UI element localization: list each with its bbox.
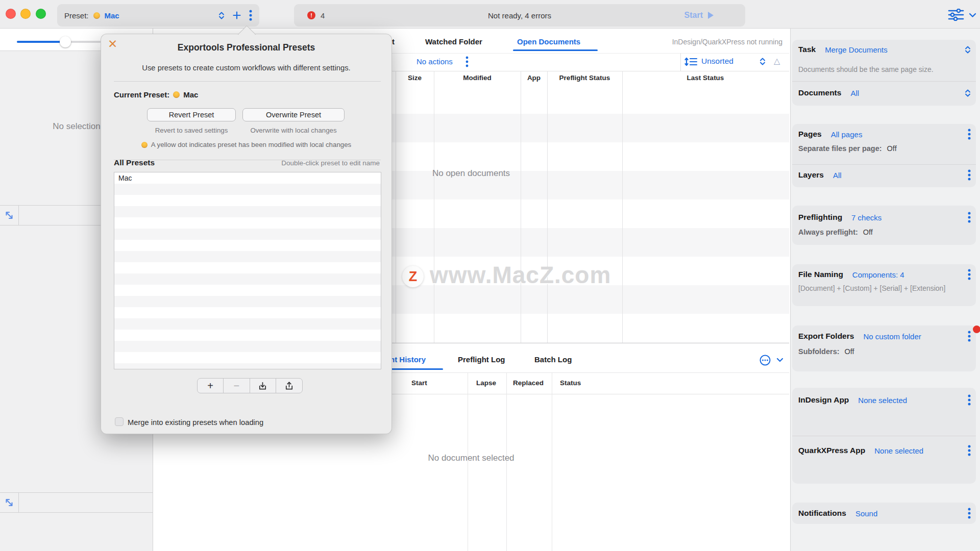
actions-menu-icon[interactable] bbox=[465, 56, 469, 67]
tab-preflight-log[interactable]: Preflight Log bbox=[458, 355, 505, 364]
zoom-slider-knob[interactable] bbox=[60, 36, 71, 47]
expand-diagonal-icon bbox=[4, 497, 15, 508]
tab-watched-folder[interactable]: Watched Folder bbox=[425, 37, 482, 46]
overwrite-preset-button[interactable]: Overwrite Preset bbox=[242, 108, 345, 121]
current-preset-label: Current Preset: bbox=[114, 90, 169, 99]
file-naming-menu-icon[interactable] bbox=[968, 268, 971, 281]
card-task: Task Merge Documents Documents should be… bbox=[792, 40, 976, 106]
expand-handle[interactable] bbox=[0, 493, 19, 512]
documents-row: Documents All bbox=[798, 88, 971, 97]
import-presets-button[interactable] bbox=[250, 379, 276, 393]
hist-col-lapse: Lapse bbox=[476, 379, 496, 387]
file-naming-value[interactable]: Components: 4 bbox=[852, 270, 904, 279]
col-last-status: Last Status bbox=[622, 74, 789, 82]
layers-menu-icon[interactable] bbox=[968, 169, 971, 181]
sort-stepper-icon[interactable] bbox=[760, 57, 766, 66]
error-badge-icon: ! bbox=[307, 11, 315, 19]
sort-mode-label[interactable]: Unsorted bbox=[701, 57, 733, 66]
hist-col-replaced: Replaced bbox=[513, 379, 544, 387]
history-chevron-down-icon[interactable] bbox=[776, 358, 783, 363]
start-button[interactable]: Start bbox=[684, 4, 714, 27]
documents-label: Documents bbox=[798, 88, 841, 97]
export-folders-menu-icon[interactable] bbox=[968, 330, 971, 342]
pages-sub-value: Off bbox=[887, 144, 897, 153]
preset-list-item[interactable]: Mac bbox=[114, 172, 381, 184]
card-preflighting: Preflighting 7 checks Always preflight: … bbox=[792, 206, 976, 245]
tab-open-documents[interactable]: Open Documents bbox=[517, 37, 580, 46]
file-naming-label: File Naming bbox=[798, 270, 843, 279]
pages-sub-row: Separate files per page: Off bbox=[798, 144, 897, 153]
export-folders-sub-value: Off bbox=[845, 347, 854, 356]
presets-popover: ✕ Exportools Professional Presets Use pr… bbox=[101, 34, 392, 434]
add-preset-icon[interactable] bbox=[233, 11, 241, 19]
no-actions-link[interactable]: No actions bbox=[416, 57, 453, 66]
task-value[interactable]: Merge Documents bbox=[825, 45, 888, 54]
merge-presets-checkbox[interactable] bbox=[115, 417, 124, 426]
preflighting-menu-icon[interactable] bbox=[968, 211, 971, 223]
notifications-label: Notifications bbox=[798, 509, 846, 518]
preset-value[interactable]: Mac bbox=[105, 11, 119, 20]
indesign-value[interactable]: None selected bbox=[858, 396, 907, 405]
preset-menu-icon[interactable] bbox=[249, 9, 252, 21]
start-label: Start bbox=[684, 11, 703, 20]
layers-value[interactable]: All bbox=[833, 171, 842, 180]
all-presets-label: All Presets bbox=[114, 158, 155, 167]
quarkxpress-value[interactable]: None selected bbox=[874, 446, 923, 455]
zoom-slider-fill bbox=[17, 41, 65, 43]
add-preset-button[interactable]: + bbox=[198, 379, 224, 393]
minimize-traffic-light[interactable] bbox=[20, 9, 31, 19]
quarkxpress-label: QuarkXPress App bbox=[798, 446, 865, 455]
notifications-menu-icon[interactable] bbox=[968, 507, 971, 519]
pages-menu-icon[interactable] bbox=[968, 128, 971, 140]
tab-history[interactable]: nt History bbox=[390, 355, 426, 364]
toolbar-chevron-down-icon[interactable] bbox=[969, 13, 976, 18]
export-presets-button[interactable] bbox=[276, 379, 302, 393]
quarkxpress-menu-icon[interactable] bbox=[968, 444, 971, 457]
expand-handle[interactable] bbox=[0, 206, 19, 225]
revert-preset-button[interactable]: Revert Preset bbox=[147, 108, 236, 121]
zoom-traffic-light[interactable] bbox=[36, 9, 46, 19]
card-apps: InDesign App None selected QuarkXPress A… bbox=[792, 388, 976, 484]
watermark-text: www.MacZ.com bbox=[430, 261, 611, 289]
tab-partial[interactable]: t bbox=[392, 37, 395, 46]
error-count: 4 bbox=[321, 11, 325, 20]
col-app: App bbox=[521, 74, 547, 82]
notifications-row: Notifications Sound bbox=[798, 507, 971, 519]
preview-divider-row-bottom bbox=[0, 492, 153, 513]
expand-diagonal-icon bbox=[4, 210, 15, 221]
col-size: Size bbox=[396, 74, 434, 82]
tab-batch-log[interactable]: Batch Log bbox=[534, 355, 572, 364]
history-options-icon[interactable] bbox=[759, 354, 771, 366]
hist-col-start: Start bbox=[411, 379, 427, 387]
preset-control: Preset: Mac bbox=[57, 4, 259, 27]
settings-sliders-icon[interactable] bbox=[947, 9, 965, 21]
revert-caption: Revert to saved settings bbox=[132, 127, 251, 134]
history-empty-message: No document selected bbox=[153, 453, 789, 463]
history-tab-underline bbox=[388, 368, 443, 370]
sort-icon[interactable] bbox=[684, 57, 698, 66]
documents-stepper-icon[interactable] bbox=[965, 89, 971, 97]
preset-stepper-icon[interactable] bbox=[218, 11, 225, 20]
popover-subtitle: Use presets to create custom workflows w… bbox=[101, 64, 391, 72]
popover-title: Exportools Professional Presets bbox=[101, 42, 391, 53]
close-traffic-light[interactable] bbox=[6, 9, 16, 19]
export-folders-value[interactable]: No custom folder bbox=[863, 332, 921, 341]
presets-list[interactable]: Mac bbox=[114, 172, 381, 369]
import-icon bbox=[258, 381, 267, 391]
remove-preset-button[interactable]: − bbox=[224, 379, 250, 393]
task-stepper-icon[interactable] bbox=[965, 45, 971, 54]
preflighting-sub-value: Off bbox=[863, 228, 873, 236]
indesign-menu-icon[interactable] bbox=[968, 394, 971, 406]
merge-presets-label: Merge into existing presets when loading bbox=[128, 418, 263, 427]
play-icon bbox=[708, 12, 714, 19]
window-toolbar: Preset: Mac ! 4 Not ready, 4 errors Star… bbox=[0, 0, 980, 29]
pages-value[interactable]: All pages bbox=[831, 130, 863, 139]
preflighting-label: Preflighting bbox=[798, 213, 842, 222]
preflighting-value[interactable]: 7 checks bbox=[851, 213, 881, 222]
sort-direction-icon[interactable]: △ bbox=[774, 56, 780, 66]
notifications-value[interactable]: Sound bbox=[855, 509, 877, 518]
documents-value[interactable]: All bbox=[850, 89, 859, 97]
presets-actions-group: + − bbox=[197, 378, 303, 393]
card-file-naming: File Naming Components: 4 [Document] + [… bbox=[792, 264, 976, 306]
yellow-dot-note: A yellow dot indicates preset has been m… bbox=[101, 141, 391, 148]
